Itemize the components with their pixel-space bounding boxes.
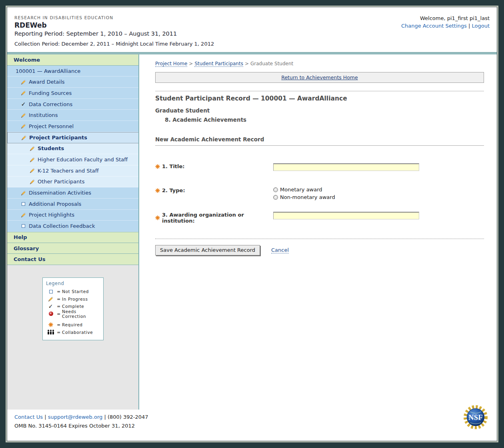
needs-correction-icon: ✕: [46, 311, 56, 316]
sidebar-item-label: Help: [14, 234, 27, 240]
equals-sign: =: [56, 289, 62, 294]
legend-title: Legend: [46, 281, 101, 286]
logout-link[interactable]: Logout: [472, 23, 490, 29]
sidebar-item-label: Other Participants: [38, 179, 84, 185]
sidebar-item-welcome[interactable]: Welcome: [7, 54, 138, 66]
sidebar-item-data-collection-feedback[interactable]: Data Collection Feedback: [7, 221, 138, 232]
change-account-settings-link[interactable]: Change Account Settings: [401, 23, 467, 29]
required-star-icon: [46, 322, 56, 327]
sidebar-item-k12-teachers-staff[interactable]: K-12 Teachers and Staff: [7, 165, 138, 177]
sidebar-item-project-participants[interactable]: Project Participants: [7, 132, 138, 143]
svg-text:NSF: NSF: [468, 414, 483, 422]
pencil-icon: [29, 179, 35, 185]
non-monetary-award-radio[interactable]: Non-monetary award: [273, 194, 335, 200]
sidebar-item-label: Higher Education Faculty and Staff: [38, 157, 128, 163]
nsf-logo: NSF: [463, 405, 488, 430]
pencil-icon: [20, 190, 26, 196]
link-separator: |: [468, 23, 470, 29]
legend-row: = In Progress: [46, 295, 101, 303]
footer-omb-text: OMB No. 3145-0164 Expires October 31, 20…: [14, 423, 490, 429]
legend-row: = Collaborative: [46, 329, 101, 336]
awarding-org-input[interactable]: [273, 212, 419, 219]
check-icon: ✓: [46, 303, 56, 309]
type-field-label: 2. Type:: [162, 187, 185, 193]
required-star-icon: [155, 215, 160, 220]
sidebar-item-funding-sources[interactable]: Funding Sources: [7, 88, 138, 99]
breadcrumb-separator: >: [245, 61, 249, 66]
return-bar: Return to Achievements Home: [155, 72, 484, 83]
pencil-icon: [46, 296, 56, 302]
pencil-icon: [29, 168, 35, 173]
form-row-type: 2. Type: Monetary award Non-monetary awa…: [155, 187, 484, 200]
sidebar-item-data-corrections[interactable]: ✓Data Corrections: [7, 99, 138, 110]
radio-button-icon[interactable]: [273, 195, 278, 200]
awarding-org-field-label: 3. Awarding organization or institution:: [162, 212, 273, 224]
sidebar-item-glossary[interactable]: Glossary: [7, 243, 138, 254]
monetary-award-radio[interactable]: Monetary award: [273, 187, 335, 193]
record-subtitle: Graduate Student: [155, 107, 484, 114]
sidebar-item-label: Funding Sources: [29, 90, 72, 96]
footer-separator: |: [44, 414, 46, 420]
sidebar-item-label: K-12 Teachers and Staff: [38, 168, 99, 174]
sidebar-item-label: Glossary: [14, 245, 39, 251]
legend-row: = Required: [46, 321, 101, 329]
footer-email-link[interactable]: support@rdeweb.org: [48, 414, 103, 420]
sidebar-item-project-highlights[interactable]: Project Highlights: [7, 210, 138, 221]
sidebar-item-institutions[interactable]: Institutions: [7, 110, 138, 121]
page-title: Student Participant Record — 100001 — Aw…: [155, 91, 484, 102]
required-star-icon: [155, 164, 160, 169]
sidebar-item-contact-us[interactable]: Contact Us: [7, 254, 138, 265]
sidebar-item-higher-ed-faculty-staff[interactable]: Higher Education Faculty and Staff: [7, 154, 138, 165]
save-button[interactable]: Save Academic Achievement Record: [155, 245, 260, 255]
collection-period: Collection Period: December 2, 2011 – Mi…: [14, 41, 490, 47]
form-separator: [155, 239, 484, 239]
sidebar-item-award-details[interactable]: Award Details: [7, 76, 138, 88]
radio-label: Non-monetary award: [280, 194, 335, 200]
form-row-awarding-org: 3. Awarding organization or institution:: [155, 212, 484, 224]
pencil-icon: [20, 123, 26, 129]
type-field-label-wrap: 2. Type:: [155, 187, 273, 193]
sidebar-item-project-personnel[interactable]: Project Personnel: [7, 121, 138, 132]
sidebar-item-label: Project Participants: [29, 135, 87, 141]
legend-label: Needs Correction: [62, 309, 101, 319]
sidebar-nav: Welcome 100001 — AwardAlliance Award Det…: [7, 54, 139, 410]
return-to-achievements-home-link[interactable]: Return to Achievements Home: [281, 74, 358, 80]
legend-label: In Progress: [62, 297, 88, 301]
sidebar-item-label: Dissemination Activities: [29, 190, 91, 196]
sidebar-item-award[interactable]: 100001 — AwardAlliance: [7, 66, 138, 77]
form-row-title: 1. Title:: [155, 163, 484, 171]
title-input[interactable]: [273, 163, 419, 171]
legend-label: Not Started: [62, 289, 89, 294]
check-icon: ✓: [20, 101, 26, 107]
cancel-link[interactable]: Cancel: [271, 247, 289, 253]
legend-row: ✕ = Needs Correction: [46, 310, 101, 318]
sidebar-item-help[interactable]: Help: [7, 232, 138, 243]
pencil-icon: [20, 90, 26, 96]
equals-sign: =: [56, 297, 62, 301]
sidebar-item-label: Contact Us: [14, 256, 45, 262]
breadcrumb-project-home-link[interactable]: Project Home: [155, 61, 187, 67]
legend-label: Required: [62, 322, 83, 327]
section-label: 8. Academic Achievements: [165, 117, 484, 123]
welcome-text: Welcome, pi1_first pi1_last: [401, 15, 490, 21]
user-block: Welcome, pi1_first pi1_last Change Accou…: [401, 15, 490, 29]
sidebar-item-other-participants[interactable]: Other Participants: [7, 177, 138, 188]
footer: Contact Us | support@rdeweb.org | (800) …: [7, 410, 497, 441]
legend-label: Collaborative: [62, 330, 93, 335]
radio-button-icon[interactable]: [273, 187, 278, 192]
sidebar-item-students[interactable]: Students: [7, 143, 138, 155]
breadcrumb-student-participants-link[interactable]: Student Participants: [194, 61, 243, 67]
app-header: RESEARCH IN DISABILITIES EDUCATION RDEWe…: [7, 7, 497, 52]
sidebar-item-label: Students: [38, 145, 64, 151]
footer-contact-us-link[interactable]: Contact Us: [14, 414, 43, 420]
sidebar-item-dissemination-activities[interactable]: Dissemination Activities: [7, 187, 138, 199]
legend-label: Complete: [62, 304, 84, 309]
main-content: Project Home>Student Participants>Gradua…: [139, 54, 497, 410]
form-actions: Save Academic Achievement Record Cancel: [155, 245, 484, 255]
pencil-icon: [20, 79, 26, 85]
pencil-icon: [29, 146, 35, 151]
not-started-square-icon: [46, 290, 56, 293]
sidebar-item-additional-proposals[interactable]: Additional Proposals: [7, 199, 138, 210]
sidebar-item-label: Additional Proposals: [29, 201, 81, 207]
equals-sign: =: [56, 304, 62, 309]
